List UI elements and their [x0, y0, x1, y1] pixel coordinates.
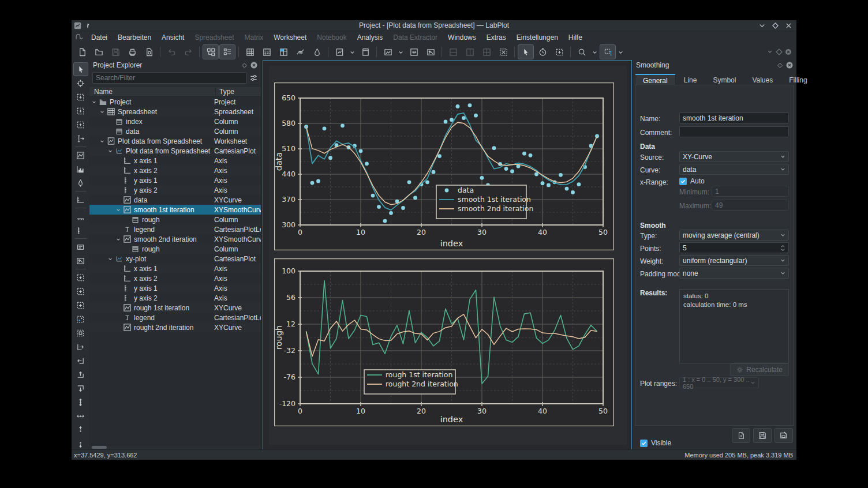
minimum-field[interactable]: [712, 186, 789, 197]
maximize-button[interactable]: [772, 22, 779, 29]
zoom-in-button[interactable]: [73, 271, 88, 284]
tree-column-headers[interactable]: Name Type: [89, 86, 261, 97]
save-as-default-button[interactable]: [775, 428, 793, 443]
worksheet-view[interactable]: 01020304050300370440510580650indexdatada…: [263, 60, 632, 450]
tree-row-y-axis-1[interactable]: y axis 1Axis: [89, 283, 261, 293]
type-select[interactable]: moving average (central): [679, 230, 789, 241]
tab-symbol[interactable]: Symbol: [705, 74, 744, 85]
menu-extras[interactable]: Extras: [482, 32, 511, 43]
tab-line[interactable]: Line: [676, 74, 705, 85]
scale-auto-y-button[interactable]: [73, 395, 88, 409]
menu-ansicht[interactable]: Ansicht: [157, 32, 189, 43]
tree-row-x-axis-1[interactable]: x axis 1Axis: [89, 156, 261, 166]
zoom-out-y-button[interactable]: [73, 437, 88, 451]
new-matrix-button[interactable]: [259, 44, 275, 59]
tree-row-x-axis-2[interactable]: x axis 2Axis: [89, 166, 261, 175]
color-maps-button[interactable]: [309, 44, 325, 59]
tree-row-rought-2nd-iteration[interactable]: rought 2nd iterationXYCurve: [89, 322, 261, 332]
auto-checkbox[interactable]: Auto: [679, 177, 705, 185]
select-mode-button[interactable]: [518, 44, 534, 59]
tree-row-plot-data-from-spreadsheet[interactable]: Plot data from SpreadsheetWorksheet: [89, 136, 261, 146]
tree-row-legend[interactable]: legendCartesianPlotLegend: [89, 313, 261, 322]
menu-overflow-icon[interactable]: [75, 33, 84, 42]
zoom-out-button[interactable]: [73, 284, 88, 298]
tree-row-x-axis-1[interactable]: x axis 1Axis: [89, 264, 261, 273]
weight-select[interactable]: uniform (rectangular): [679, 255, 789, 266]
add-xy-curve-button[interactable]: [73, 148, 88, 162]
tree-row-rough-1st-iteration[interactable]: rough 1st iterationXYCurve: [89, 303, 261, 313]
dock-close-icon[interactable]: [786, 62, 793, 69]
tree-row-smooth-2nd-iteration[interactable]: smooth 2nd iterationXYSmoothCurve: [89, 234, 261, 244]
source-select[interactable]: XY-Curve: [679, 151, 789, 162]
menu-einstellungen[interactable]: Einstellungen: [512, 32, 563, 43]
close-button[interactable]: [785, 22, 792, 29]
expander-collapse-icon[interactable]: [116, 237, 123, 242]
add-histogram-button[interactable]: [73, 162, 88, 176]
save-template-button[interactable]: [753, 428, 772, 443]
dock-close-icon[interactable]: [250, 62, 257, 69]
tab-filling[interactable]: Filling: [781, 74, 815, 85]
visible-checkbox[interactable]: Visible: [640, 439, 671, 447]
tab-values[interactable]: Values: [744, 74, 781, 85]
zoom-in-y-button[interactable]: [73, 423, 88, 437]
expander-collapse-icon[interactable]: [116, 208, 123, 212]
tree-row-y-axis-1[interactable]: y axis 1Axis: [89, 175, 261, 185]
worksheet-page[interactable]: 01020304050300370440510580650indexdatada…: [269, 66, 627, 445]
search-input[interactable]: [92, 72, 247, 84]
tree-row-y-axis-2[interactable]: y axis 2Axis: [89, 293, 261, 303]
new-worksheet-dropdown-button[interactable]: [348, 44, 357, 59]
menu-analysis[interactable]: Analysis: [353, 32, 388, 43]
magnification-button[interactable]: [574, 44, 590, 59]
menu-datei[interactable]: Datei: [87, 32, 112, 43]
toggle-project-explorer-button[interactable]: [203, 44, 219, 59]
subwindow-controls[interactable]: [766, 48, 794, 55]
recalculate-button[interactable]: Recalculate: [730, 363, 789, 376]
new-notebook-button[interactable]: [357, 44, 373, 59]
menu-hilfe[interactable]: Hilfe: [564, 32, 587, 43]
scale-auto-x-button[interactable]: [73, 409, 88, 423]
tree-row-project[interactable]: ProjectProject: [89, 97, 261, 107]
shift-right-button[interactable]: [73, 340, 88, 354]
column-header-name[interactable]: Name: [89, 88, 216, 96]
tree-row-rough[interactable]: roughColumn: [89, 215, 261, 224]
tree-row-smooth-1st-iteration[interactable]: smooth 1st iterationXYSmoothCurve: [89, 205, 261, 215]
fit-to-height-button[interactable]: [406, 44, 422, 59]
toggle-properties-explorer-button[interactable]: [219, 44, 235, 59]
tree-row-x-axis-2[interactable]: x axis 2Axis: [89, 273, 261, 283]
presenter-mode-button[interactable]: 1: [600, 44, 616, 59]
maximum-field[interactable]: [712, 200, 789, 211]
new-project-button[interactable]: [74, 44, 90, 59]
shift-down-button[interactable]: [73, 381, 88, 395]
plot-ranges-select[interactable]: 1 : x = 0 .. 50, y = 300 .. 650: [679, 377, 759, 388]
comment-field[interactable]: [679, 126, 789, 137]
auto-scale-x-button[interactable]: [73, 326, 88, 340]
print-preview-button[interactable]: [141, 44, 157, 59]
zoom-fit-button[interactable]: [73, 298, 88, 312]
tree-row-plot-data-from-spreadsheet[interactable]: Plot data from SpreadsheetCartesianPlot: [89, 146, 261, 156]
new-datapicker-button[interactable]: [292, 44, 308, 59]
add-image-button[interactable]: [73, 254, 88, 268]
zoom-select-mode-button[interactable]: [551, 44, 567, 59]
zoom-x-select-tool-button[interactable]: [73, 104, 88, 118]
expander-collapse-icon[interactable]: [100, 110, 107, 114]
zoom-y-select-tool-button[interactable]: [73, 118, 88, 132]
tab-general[interactable]: General: [635, 74, 676, 86]
points-spinbox[interactable]: 5: [679, 242, 789, 253]
add-vertical-axis-button[interactable]: [73, 223, 88, 237]
tree-row-data[interactable]: dataXYCurve: [89, 195, 261, 205]
open-project-button[interactable]: [91, 44, 107, 59]
new-spreadsheet-button[interactable]: [242, 44, 258, 59]
crosshair-mode-button[interactable]: [534, 44, 551, 59]
pin-icon[interactable]: [85, 22, 91, 29]
export-worksheet-button[interactable]: [380, 44, 396, 59]
add-axis-ticks-button[interactable]: [73, 209, 88, 223]
select-tool-button[interactable]: [73, 62, 88, 76]
new-workbook-button[interactable]: [275, 44, 291, 59]
expander-collapse-icon[interactable]: [108, 257, 115, 261]
shift-up-button[interactable]: [73, 367, 88, 381]
dock-float-icon[interactable]: [242, 63, 247, 68]
auto-scale-button[interactable]: [73, 312, 88, 326]
add-axis-button[interactable]: [73, 193, 88, 207]
new-worksheet-button[interactable]: [331, 44, 347, 59]
menu-bearbeiten[interactable]: Bearbeiten: [113, 32, 156, 43]
